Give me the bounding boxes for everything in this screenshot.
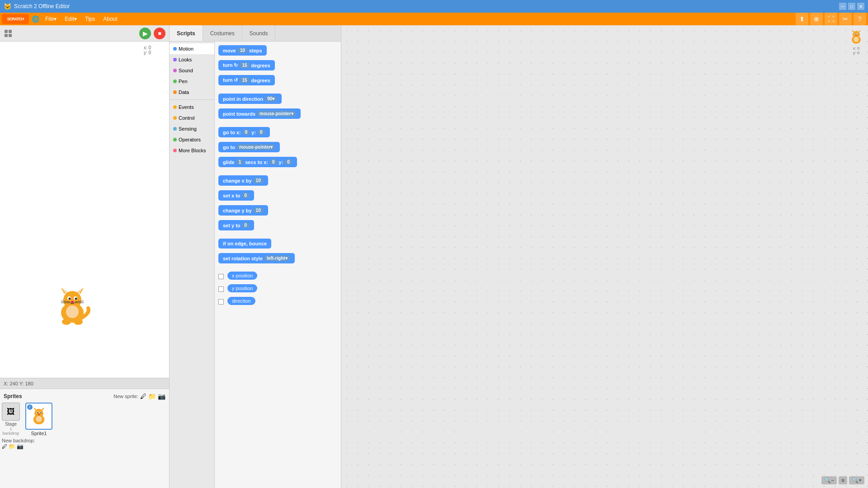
block-turn-cw[interactable]: turn ↻ 15 degrees <box>218 60 275 70</box>
backdrop-file-btn[interactable]: 📁 <box>9 443 15 450</box>
new-sprite-from-file[interactable]: 📁 <box>148 393 156 400</box>
category-looks[interactable]: Looks <box>170 54 214 65</box>
sound-label: Sound <box>179 68 193 73</box>
svg-marker-24 <box>33 407 37 410</box>
titlebar: 🐱 Scratch 2 Offline Editor ─ □ ✕ <box>0 0 868 13</box>
block-set-y[interactable]: set y to 0 <box>218 220 254 230</box>
block-point-direction-row: point in direction 90▾ <box>218 94 337 106</box>
block-move[interactable]: move 10 steps <box>218 45 267 56</box>
category-more-blocks[interactable]: More Blocks <box>170 145 214 156</box>
reporter-x-position[interactable]: x position <box>227 272 257 280</box>
block-turn-ccw[interactable]: turn ↺ 15 degrees <box>218 75 275 85</box>
reporter-dir-row: direction <box>218 297 337 307</box>
more-blocks-dot <box>173 149 177 152</box>
block-set-y-row: set y to 0 <box>218 220 337 232</box>
block-rotation-row: set rotation style left-right▾ <box>218 253 337 265</box>
zoom-reset-button[interactable]: ≡ <box>839 476 847 484</box>
sprite-item[interactable]: i <box>25 403 52 436</box>
block-goto[interactable]: go to mouse-pointer▾ <box>218 142 280 152</box>
stop-button[interactable]: ■ <box>154 28 165 39</box>
reporter-y-position[interactable]: y position <box>227 284 257 292</box>
sprite-preview <box>29 406 49 426</box>
block-rotation[interactable]: set rotation style left-right▾ <box>218 253 295 263</box>
category-sound[interactable]: Sound <box>170 65 214 76</box>
category-events[interactable]: Events <box>170 102 214 113</box>
reporter-y-checkbox[interactable] <box>218 286 224 292</box>
blocks-content: Motion Looks Sound Pen Data <box>170 42 341 488</box>
titlebar-controls: ─ □ ✕ <box>839 3 864 10</box>
fullscreen-button[interactable]: ⛶ <box>825 13 837 25</box>
block-change-x-row: change x by 10 <box>218 175 337 188</box>
events-dot <box>173 105 177 109</box>
category-divider <box>170 99 214 100</box>
edit-menu[interactable]: Edit▾ <box>61 15 80 23</box>
blocks-list: move 10 steps turn ↻ 15 degrees <box>215 42 341 488</box>
block-change-y[interactable]: change y by 10 <box>218 205 268 216</box>
new-sprite-camera[interactable]: 📷 <box>158 393 165 400</box>
svg-point-38 <box>855 34 856 35</box>
close-button[interactable]: ✕ <box>857 3 864 10</box>
sound-dot <box>173 69 177 72</box>
script-area[interactable]: x: 0 y: 0 🔍− ≡ 🔍+ <box>341 25 868 488</box>
block-goto-xy[interactable]: go to x: 0 y: 0 <box>218 127 270 137</box>
scissors-button[interactable]: ✂ <box>839 13 852 25</box>
language-button[interactable]: 🌐 <box>30 14 41 24</box>
help-button[interactable]: ? <box>854 13 866 25</box>
green-flag-button[interactable]: ▶ <box>139 28 151 39</box>
tab-costumes[interactable]: Costumes <box>203 25 242 41</box>
category-operators[interactable]: Operators <box>170 134 214 145</box>
svg-rect-1 <box>9 30 12 33</box>
script-coords: x: 0 y: 0 <box>853 46 860 55</box>
category-data[interactable]: Data <box>170 87 214 98</box>
category-pen[interactable]: Pen <box>170 76 214 87</box>
add-button[interactable]: ⊕ <box>810 13 823 25</box>
tips-menu[interactable]: Tips <box>81 15 99 23</box>
upload-button[interactable]: ⬆ <box>796 13 808 25</box>
blocks-tabs: Scripts Costumes Sounds <box>170 25 341 42</box>
new-sprite-paint[interactable]: 🖊 <box>140 393 146 400</box>
svg-point-14 <box>71 301 74 303</box>
toolbar-icons: ⬆ ⊕ ⛶ ✂ ? <box>796 13 866 25</box>
main-layout: ▶ ■ <box>0 25 868 488</box>
stage-thumbnail[interactable]: 🖼 Stage 1 backdrop <box>2 403 20 436</box>
block-categories: Motion Looks Sound Pen Data <box>170 42 215 488</box>
sprites-header: Sprites New sprite: 🖊 📁 📷 <box>2 391 167 403</box>
svg-point-41 <box>854 37 859 42</box>
category-motion[interactable]: Motion <box>170 43 214 54</box>
svg-point-19 <box>62 319 71 325</box>
reporter-x-row: x position <box>218 272 337 282</box>
maximize-button[interactable]: □ <box>848 3 855 10</box>
data-label: Data <box>179 89 189 95</box>
reporter-dir-checkbox[interactable] <box>218 299 224 305</box>
new-backdrop-label: New backdrop: <box>2 438 35 443</box>
file-menu[interactable]: File▾ <box>42 15 60 23</box>
category-sensing[interactable]: Sensing <box>170 123 214 134</box>
minimize-button[interactable]: ─ <box>839 3 846 10</box>
zoom-in-button[interactable]: 🔍+ <box>849 476 864 484</box>
block-point-towards[interactable]: point towards mouse-pointer▾ <box>218 108 301 119</box>
tab-sounds[interactable]: Sounds <box>242 25 276 41</box>
zoom-out-button[interactable]: 🔍− <box>821 476 837 484</box>
stage-header: ▶ ■ <box>0 25 169 42</box>
zoom-controls: 🔍− ≡ 🔍+ <box>821 476 864 484</box>
category-control[interactable]: Control <box>170 113 214 123</box>
backdrop-controls: 🖊 📁 📷 <box>2 443 167 450</box>
block-change-x[interactable]: change x by 10 <box>218 175 268 186</box>
tab-scripts[interactable]: Scripts <box>170 25 203 41</box>
block-glide-row: glide 1 secs to x: 0 y: 0 <box>218 157 337 169</box>
app-title: Scratch 2 Offline Editor <box>14 3 70 9</box>
sprite-name: Sprite1 <box>25 431 52 436</box>
stage-area: ▶ ■ <box>0 25 170 488</box>
reporter-y-row: y position <box>218 284 337 294</box>
backdrop-paint-btn[interactable]: 🖊 <box>2 443 7 450</box>
backdrop-camera-btn[interactable]: 📷 <box>17 443 24 450</box>
pen-label: Pen <box>179 79 188 84</box>
about-menu[interactable]: About <box>99 15 121 23</box>
stage-backdrop-count: 1 backdrop <box>2 427 20 436</box>
reporter-x-checkbox[interactable] <box>218 274 224 279</box>
block-glide[interactable]: glide 1 secs to x: 0 y: 0 <box>218 157 297 167</box>
block-bounce[interactable]: if on edge, bounce <box>218 239 271 249</box>
reporter-direction[interactable]: direction <box>227 297 255 305</box>
block-set-x[interactable]: set x to 0 <box>218 190 254 201</box>
block-point-direction[interactable]: point in direction 90▾ <box>218 94 282 104</box>
